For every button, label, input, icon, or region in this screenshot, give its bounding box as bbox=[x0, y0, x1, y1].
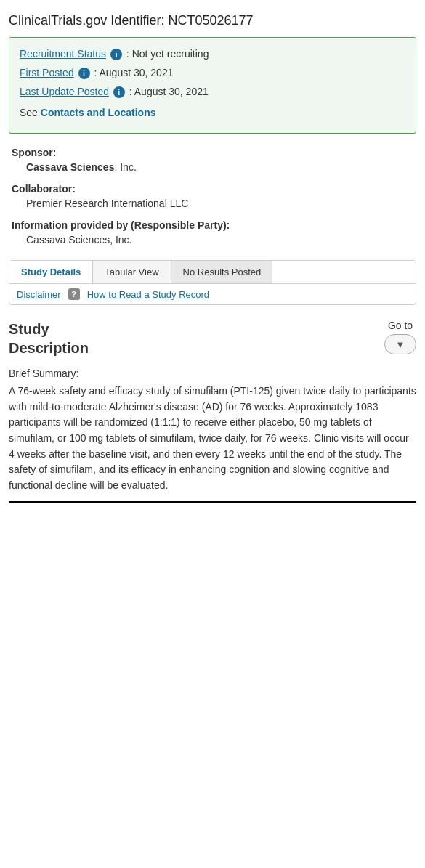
disclaimer-link[interactable]: Disclaimer bbox=[17, 289, 61, 300]
brief-summary-text: A 76-week safety and efficacy study of s… bbox=[9, 384, 416, 494]
info-icon-first-posted[interactable]: i bbox=[78, 68, 90, 79]
sponsor-name-row: Cassava Sciences, Inc. bbox=[12, 161, 413, 173]
contacts-row: See Contacts and Locations bbox=[20, 105, 405, 121]
tab-study-details[interactable]: Study Details bbox=[9, 261, 93, 283]
brief-summary-label: Brief Summary: bbox=[9, 368, 416, 379]
tab-no-results-posted[interactable]: No Results Posted bbox=[171, 261, 273, 283]
recruitment-label[interactable]: Recruitment Status bbox=[20, 48, 106, 60]
tab-tabular-view[interactable]: Tabular View bbox=[93, 261, 171, 283]
info-icon-recruitment[interactable]: i bbox=[110, 49, 122, 60]
status-box: Recruitment Status i : Not yet recruitin… bbox=[9, 37, 416, 134]
recruitment-value: Not yet recruiting bbox=[132, 48, 209, 60]
info-provided-value: Cassava Sciences, Inc. bbox=[26, 234, 413, 246]
first-posted-value: August 30, 2021 bbox=[100, 67, 174, 78]
go-to-button[interactable]: ▼ bbox=[384, 334, 416, 354]
sponsor-name: Cassava Sciences bbox=[26, 161, 114, 173]
page-title: ClinicalTrials.gov Identifier: NCT050261… bbox=[9, 13, 416, 28]
help-question-icon: ? bbox=[68, 288, 80, 300]
how-to-read-link[interactable]: How to Read a Study Record bbox=[87, 289, 209, 300]
sponsor-label: Sponsor: bbox=[12, 147, 413, 158]
go-to-label: Go to bbox=[388, 320, 413, 331]
study-desc-title: Study Description bbox=[9, 320, 89, 357]
first-posted-label[interactable]: First Posted bbox=[20, 67, 74, 78]
collaborator-label: Collaborator: bbox=[12, 183, 413, 195]
tabs-container: Study Details Tabular View No Results Po… bbox=[9, 260, 416, 305]
info-icon-last-update[interactable]: i bbox=[113, 86, 125, 98]
contacts-prefix: See bbox=[20, 107, 38, 118]
collaborator-section: Collaborator: Premier Research Internati… bbox=[9, 183, 416, 209]
info-provided-section: Information provided by (Responsible Par… bbox=[9, 219, 416, 246]
study-desc-header: Study Description Go to ▼ bbox=[9, 320, 416, 357]
recruitment-separator: : bbox=[126, 48, 132, 60]
tabs-row: Study Details Tabular View No Results Po… bbox=[9, 261, 416, 284]
last-update-row: Last Update Posted i : August 30, 2021 bbox=[20, 84, 405, 100]
last-update-value: August 30, 2021 bbox=[134, 86, 209, 97]
first-posted-separator: : bbox=[94, 67, 99, 78]
last-update-label[interactable]: Last Update Posted bbox=[20, 86, 109, 97]
sponsor-section: Sponsor: Cassava Sciences, Inc. bbox=[9, 147, 416, 173]
last-update-separator: : bbox=[129, 86, 134, 97]
collaborator-name: Premier Research International LLC bbox=[26, 198, 413, 209]
recruitment-row: Recruitment Status i : Not yet recruitin… bbox=[20, 46, 405, 62]
contacts-link[interactable]: Contacts and Locations bbox=[41, 107, 156, 118]
sponsor-suffix: , Inc. bbox=[114, 161, 136, 173]
first-posted-row: First Posted i : August 30, 2021 bbox=[20, 65, 405, 81]
study-description-section: Study Description Go to ▼ Brief Summary:… bbox=[9, 320, 416, 503]
go-to-section: Go to ▼ bbox=[384, 320, 416, 354]
info-provided-label: Information provided by (Responsible Par… bbox=[12, 219, 413, 231]
sub-tabs-row: Disclaimer ? How to Read a Study Record bbox=[9, 284, 416, 304]
